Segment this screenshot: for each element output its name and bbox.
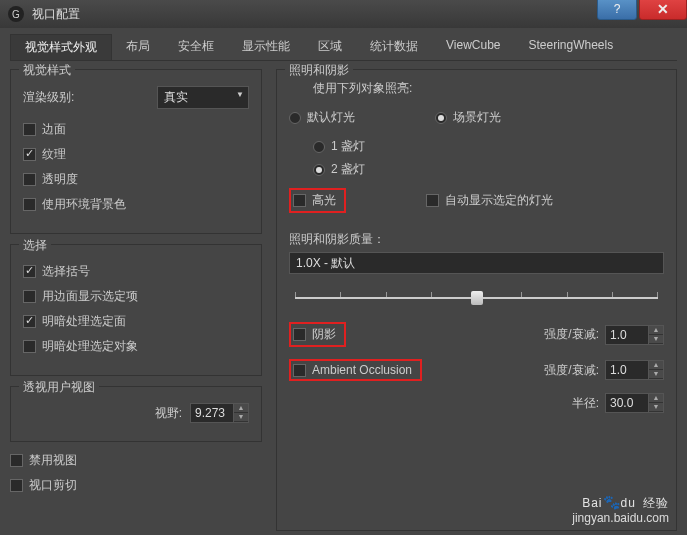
dialog-body: 视觉样式外观 布局 安全框 显示性能 区域 统计数据 ViewCube Stee… xyxy=(0,28,687,535)
texture-checkbox[interactable]: 纹理 xyxy=(23,146,249,163)
scene-light-radio[interactable]: 场景灯光 xyxy=(435,109,501,126)
viewport-clip-checkbox[interactable]: 视口剪切 xyxy=(10,477,262,494)
fov-label: 视野: xyxy=(155,405,182,422)
env-bg-checkbox[interactable]: 使用环境背景色 xyxy=(23,196,249,213)
use-obj-light-label: 使用下列对象照亮: xyxy=(313,80,664,97)
fov-spinner[interactable]: 9.273 ▲▼ xyxy=(190,403,249,423)
edges-checkbox[interactable]: 边面 xyxy=(23,121,249,138)
select-brackets-checkbox[interactable]: 选择括号 xyxy=(23,263,249,280)
quality-slider[interactable] xyxy=(295,288,658,308)
tab-visual-style[interactable]: 视觉样式外观 xyxy=(10,34,112,60)
highlight-checkbox[interactable]: 高光 xyxy=(289,188,346,213)
tab-layout[interactable]: 布局 xyxy=(112,34,164,60)
spin-down-icon: ▼ xyxy=(234,413,248,422)
group-title: 透视用户视图 xyxy=(19,379,99,396)
quality-field[interactable] xyxy=(289,252,664,274)
quality-label: 照明和阴影质量： xyxy=(289,231,664,248)
titlebar: G 视口配置 ? ✕ xyxy=(0,0,687,28)
two-lamps-radio[interactable]: 2 盏灯 xyxy=(313,161,664,178)
radius-spinner[interactable]: 30.0▲▼ xyxy=(605,393,664,413)
transparency-checkbox[interactable]: 透明度 xyxy=(23,171,249,188)
radius-label: 半径: xyxy=(572,395,599,412)
ao-intensity-label: 强度/衰减: xyxy=(544,362,599,379)
group-title: 视觉样式 xyxy=(19,62,75,79)
help-button[interactable]: ? xyxy=(597,0,637,20)
slider-thumb[interactable] xyxy=(471,291,483,305)
shade-selected-obj-checkbox[interactable]: 明暗处理选定对象 xyxy=(23,338,249,355)
close-button[interactable]: ✕ xyxy=(639,0,687,20)
disable-viewport-checkbox[interactable]: 禁用视图 xyxy=(10,452,262,469)
autoshow-checkbox[interactable]: 自动显示选定的灯光 xyxy=(426,192,553,209)
intensity-label: 强度/衰减: xyxy=(544,326,599,343)
ao-intensity-spinner[interactable]: 1.0▲▼ xyxy=(605,360,664,380)
default-light-radio[interactable]: 默认灯光 xyxy=(289,109,355,126)
tab-viewcube[interactable]: ViewCube xyxy=(432,34,514,60)
spin-up-icon: ▲ xyxy=(234,404,248,413)
window-title: 视口配置 xyxy=(32,6,597,23)
shadow-checkbox[interactable]: 阴影 xyxy=(289,322,346,347)
render-level-label: 渲染级别: xyxy=(23,89,74,106)
watermark: Bai🐾du 经验 jingyan.baidu.com xyxy=(572,487,669,525)
group-selection: 选择 选择括号 用边面显示选定项 明暗处理选定面 明暗处理选定对象 xyxy=(10,244,262,376)
tab-display-perf[interactable]: 显示性能 xyxy=(228,34,304,60)
ao-checkbox[interactable]: Ambient Occlusion xyxy=(289,359,422,381)
group-title: 选择 xyxy=(19,237,51,254)
shade-selected-checkbox[interactable]: 明暗处理选定面 xyxy=(23,313,249,330)
group-title: 照明和阴影 xyxy=(285,62,353,79)
tab-statistics[interactable]: 统计数据 xyxy=(356,34,432,60)
group-lighting: 照明和阴影 使用下列对象照亮: 默认灯光 场景灯光 1 盏灯 2 盏灯 高光 自… xyxy=(276,69,677,531)
render-level-dropdown[interactable]: 真实 xyxy=(157,86,249,109)
tab-steeringwheels[interactable]: SteeringWheels xyxy=(514,34,627,60)
group-visual-style: 视觉样式 渲染级别: 真实 边面 纹理 透明度 使用环境背景色 xyxy=(10,69,262,234)
edge-select-checkbox[interactable]: 用边面显示选定项 xyxy=(23,288,249,305)
tab-bar: 视觉样式外观 布局 安全框 显示性能 区域 统计数据 ViewCube Stee… xyxy=(10,34,677,61)
shadow-intensity-spinner[interactable]: 1.0▲▼ xyxy=(605,325,664,345)
group-perspective: 透视用户视图 视野: 9.273 ▲▼ xyxy=(10,386,262,442)
tab-regions[interactable]: 区域 xyxy=(304,34,356,60)
one-lamp-radio[interactable]: 1 盏灯 xyxy=(313,138,664,155)
tab-safe-frames[interactable]: 安全框 xyxy=(164,34,228,60)
app-icon: G xyxy=(8,6,24,22)
